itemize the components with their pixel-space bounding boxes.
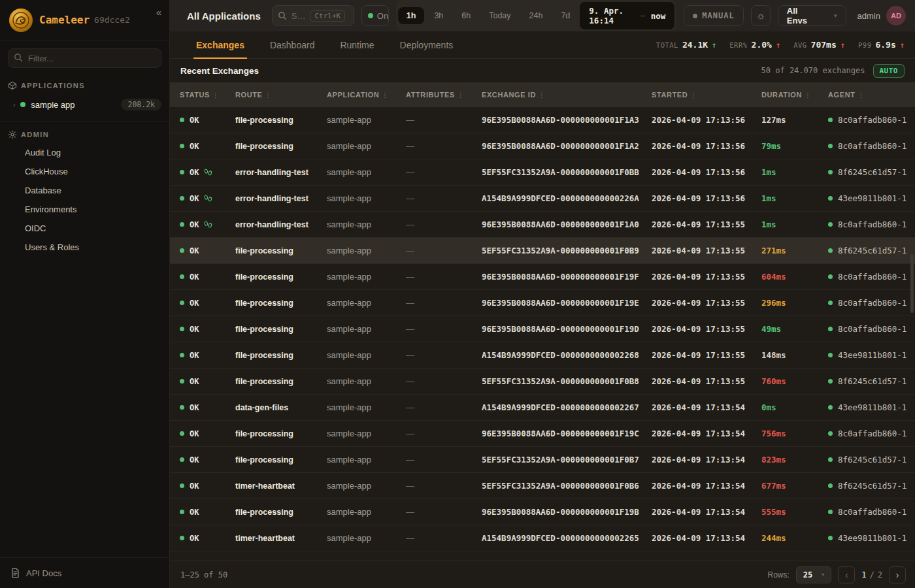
table-row[interactable]: OKfile-processingsample-app—96E395B0088A… bbox=[170, 316, 915, 342]
table-row[interactable]: OKtimer-heartbeatsample-app—A154B9A999DF… bbox=[170, 525, 915, 551]
sidebar-item-clickhouse[interactable]: ClickHouse bbox=[0, 162, 169, 181]
table-row[interactable]: OKfile-processingsample-app—96E395B0088A… bbox=[170, 107, 915, 133]
column-header-agent[interactable]: AGENT⋮ bbox=[828, 91, 915, 99]
agent-id: 8f6245c61d57-1 bbox=[838, 167, 907, 177]
cell-application: sample-app bbox=[327, 507, 406, 517]
sidebar-filter bbox=[8, 48, 161, 68]
column-header-label: DURATION bbox=[761, 91, 802, 99]
table-row[interactable]: OKfile-processingsample-app—A154B9A999DF… bbox=[170, 342, 915, 368]
theme-toggle-button[interactable]: ☼ bbox=[751, 5, 771, 26]
table-row[interactable]: OKerror-handling-testsample-app—A154B9A9… bbox=[170, 186, 915, 212]
time-range-24h[interactable]: 24h bbox=[521, 7, 552, 24]
cell-status: OK bbox=[180, 351, 235, 360]
sidebar-item-database[interactable]: Database bbox=[0, 181, 169, 200]
total-pages: 2 bbox=[878, 570, 882, 580]
cell-route: timer-heartbeat bbox=[235, 482, 327, 491]
column-header-status[interactable]: STATUS⋮ bbox=[180, 91, 235, 99]
table-row[interactable]: OKfile-processingsample-app—96E395B0088A… bbox=[170, 290, 915, 316]
status-dot-green bbox=[180, 353, 184, 357]
sidebar-item-users-roles[interactable]: Users & Roles bbox=[0, 238, 169, 257]
sidebar-item-application[interactable]: ›sample app208.2k bbox=[0, 94, 169, 115]
cell-application: sample-app bbox=[327, 298, 406, 308]
sidebar-item-audit-log[interactable]: Audit Log bbox=[0, 143, 169, 162]
pagination: Rows: 25 ▾ ‹ 1 / 2 › bbox=[767, 566, 906, 583]
rows-per-page-select[interactable]: 25 ▾ bbox=[796, 566, 831, 583]
chevron-down-icon: ▾ bbox=[822, 572, 824, 578]
stat-label: ERR% bbox=[729, 41, 747, 49]
table-row[interactable]: OKfile-processingsample-app—5EF55FC31352… bbox=[170, 368, 915, 395]
environment-select[interactable]: All Envs ▾ bbox=[778, 5, 846, 26]
status-text: OK bbox=[190, 429, 199, 438]
global-search-input[interactable]: S… Ctrl+K bbox=[272, 5, 354, 26]
time-range-3h[interactable]: 3h bbox=[425, 7, 452, 24]
table-row[interactable]: OKfile-processingsample-app—5EF55FC31352… bbox=[170, 238, 915, 264]
table-row[interactable]: OKfile-processingsample-app—96E395B0088A… bbox=[170, 133, 915, 159]
status-text: OK bbox=[190, 272, 199, 282]
cell-agent: 8c0affadb860-1 bbox=[828, 115, 915, 125]
column-header-attributes[interactable]: ATTRIBUTES⋮ bbox=[406, 91, 482, 99]
column-header-exchange-id[interactable]: EXCHANGE ID⋮ bbox=[482, 91, 652, 99]
tabs-row: ExchangesDashboardRuntimeDeployments TOT… bbox=[170, 31, 915, 59]
manual-refresh-button[interactable]: MANUAL bbox=[684, 5, 743, 26]
tab-exchanges[interactable]: Exchanges bbox=[193, 31, 247, 58]
time-range-1h[interactable]: 1h bbox=[398, 7, 425, 24]
cell-duration: 271ms bbox=[761, 246, 828, 255]
cell-attributes: — bbox=[406, 455, 482, 465]
cell-agent: 8f6245c61d57-1 bbox=[828, 455, 915, 465]
scrollbar-thumb[interactable] bbox=[910, 254, 914, 313]
cell-started: 2026-04-09 17:13:55 bbox=[652, 246, 761, 255]
cell-status: OK bbox=[180, 246, 235, 255]
avatar[interactable]: AD bbox=[886, 6, 906, 25]
table-row[interactable]: OKfile-processingsample-app—96E395B0088A… bbox=[170, 421, 915, 447]
sidebar-collapse-icon[interactable]: « bbox=[156, 7, 161, 18]
tab-deployments[interactable]: Deployments bbox=[397, 31, 456, 58]
table-row[interactable]: OKdata-gen-filessample-app—A154B9A999DFC… bbox=[170, 395, 915, 421]
cell-route: error-handling-test bbox=[235, 220, 327, 229]
cell-agent: 8c0affadb860-1 bbox=[828, 141, 915, 151]
cell-agent: 8c0affadb860-1 bbox=[828, 324, 915, 334]
cell-exchange-id: 96E395B0088AA6D-000000000001F1A3 bbox=[482, 115, 652, 125]
next-page-button[interactable]: › bbox=[889, 566, 906, 583]
chevron-right-icon[interactable]: › bbox=[13, 101, 15, 108]
time-range-today[interactable]: Today bbox=[480, 7, 519, 24]
tab-dashboard[interactable]: Dashboard bbox=[267, 31, 318, 58]
sidebar-item-oidc[interactable]: OIDC bbox=[0, 219, 169, 238]
time-range-7d[interactable]: 7d bbox=[552, 7, 578, 24]
stat-total: TOTAL24.1K↑ bbox=[656, 40, 716, 50]
status-text: OK bbox=[190, 299, 199, 308]
table-row[interactable]: OKerror-handling-testsample-app—96E395B0… bbox=[170, 212, 915, 238]
column-header-application[interactable]: APPLICATION⋮ bbox=[327, 91, 406, 99]
time-range-6h[interactable]: 6h bbox=[453, 7, 479, 24]
agent-id: 8c0affadb860-1 bbox=[838, 324, 907, 334]
table-row[interactable]: OKfile-processingsample-app—96E395B0088A… bbox=[170, 499, 915, 525]
column-header-label: STARTED bbox=[652, 91, 688, 99]
column-header-route[interactable]: ROUTE⋮ bbox=[235, 91, 327, 99]
column-header-duration[interactable]: DURATION⋮ bbox=[761, 91, 828, 99]
sidebar-spacer bbox=[0, 257, 169, 557]
status-text: OK bbox=[190, 534, 199, 543]
table-row[interactable]: OKtimer-heartbeatsample-app—5EF55FC31352… bbox=[170, 473, 915, 499]
agent-id: 8f6245c61d57-1 bbox=[838, 481, 907, 491]
cell-application: sample-app bbox=[327, 402, 406, 412]
date-range-display[interactable]: 9. Apr. 16:14 – now bbox=[580, 2, 674, 29]
cell-attributes: — bbox=[406, 115, 482, 125]
cell-duration: 148ms bbox=[761, 350, 828, 360]
column-header-started[interactable]: STARTED⋮ bbox=[652, 91, 761, 99]
api-docs-link[interactable]: API Docs bbox=[0, 557, 169, 588]
table-row[interactable]: OKfile-processingsample-app—96E395B0088A… bbox=[170, 264, 915, 290]
row-range-text: 1–25 of 50 bbox=[180, 570, 227, 580]
agent-status-dot bbox=[828, 196, 833, 201]
table-row[interactable]: OKerror-handling-testsample-app—5EF55FC3… bbox=[170, 159, 915, 186]
table-row[interactable]: OKfile-processingsample-app—5EF55FC31352… bbox=[170, 447, 915, 473]
cell-agent: 8c0affadb860-1 bbox=[828, 507, 915, 517]
cell-exchange-id: 96E395B0088AA6D-000000000001F1A2 bbox=[482, 141, 652, 151]
cell-status: OK bbox=[180, 220, 235, 229]
online-status-button[interactable]: Online bbox=[361, 5, 389, 26]
sidebar-item-environments[interactable]: Environments bbox=[0, 200, 169, 219]
agent-id: 8c0affadb860-1 bbox=[838, 115, 907, 125]
tab-runtime[interactable]: Runtime bbox=[337, 31, 376, 58]
prev-page-button[interactable]: ‹ bbox=[838, 566, 855, 583]
agent-status-dot bbox=[828, 510, 833, 514]
auto-refresh-badge[interactable]: AUTO bbox=[873, 64, 905, 78]
filter-input[interactable] bbox=[8, 48, 161, 68]
